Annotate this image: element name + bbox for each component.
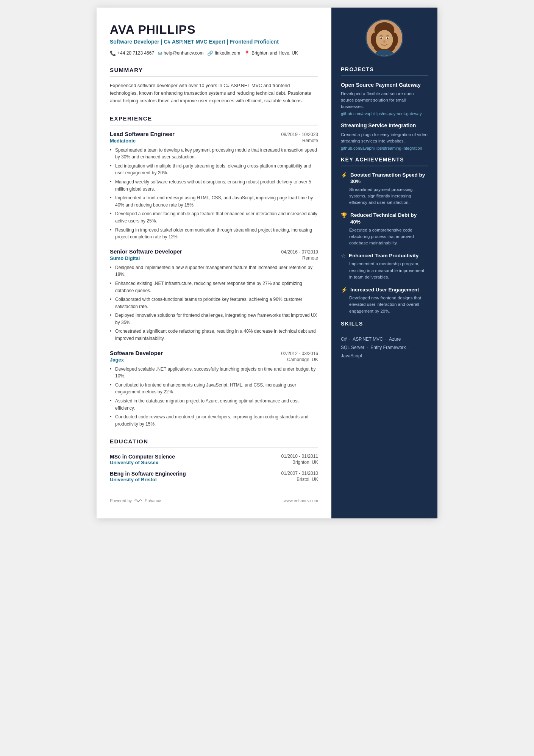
edu-header-2: BEng in Software Engineering 01/2007 - 0… <box>110 471 318 477</box>
achievement-icon-1: ⚡ <box>341 172 347 178</box>
job-header-3: Software Developer 02/2012 - 03/2016 <box>110 350 318 356</box>
experience-divider <box>110 125 318 125</box>
email-value: help@enhancv.com <box>164 50 203 56</box>
job-entry-2: Senior Software Developer 04/2016 - 07/2… <box>110 248 318 342</box>
job-title-1: Lead Software Engineer <box>110 131 175 137</box>
skill-3: Azure <box>389 337 401 342</box>
edu-header-1: MSc in Computer Science 01/2010 - 01/201… <box>110 454 318 460</box>
edu-dates-1: 01/2010 - 01/2011 <box>281 454 318 460</box>
job-company-row-2: Sumo Digital Remote <box>110 255 318 261</box>
bullet-1-2: Led integration with multiple third-part… <box>110 163 318 177</box>
header: AVA PHILLIPS Software Developer | C# ASP… <box>110 23 318 56</box>
bullet-3-4: Conducted code reviews and mentored juni… <box>110 413 318 427</box>
achievement-desc-4: Developed new frontend designs that elev… <box>349 295 428 315</box>
candidate-title: Software Developer | C# ASP.NET MVC Expe… <box>110 38 318 46</box>
achievements-section: KEY ACHIEVEMENTS ⚡ Boosted Transaction S… <box>341 157 428 315</box>
powered-by-label: Powered by <box>110 498 132 503</box>
job-entry-3: Software Developer 02/2012 - 03/2016 Jag… <box>110 350 318 428</box>
contact-row: 📞 +44 20 7123 4567 ✉ help@enhancv.com 🔗 … <box>110 50 318 56</box>
experience-title: EXPERIENCE <box>110 115 318 122</box>
project-item-1: Open Source Payment Gateway Developed a … <box>341 81 428 116</box>
summary-title: SUMMARY <box>110 67 318 73</box>
job-dates-1: 08/2019 - 10/2023 <box>281 132 318 137</box>
svg-point-8 <box>380 38 382 39</box>
bullet-2-1: Designed and implemented a new supporter… <box>110 264 318 278</box>
achievement-desc-3: Implemented a mentorship program, result… <box>349 261 428 280</box>
achievement-item-1: ⚡ Boosted Transaction Speed by 30% Strea… <box>341 172 428 206</box>
edu-location-1: Brighton, UK <box>292 460 318 465</box>
achievement-desc-1: Streamlined payment processing systems, … <box>349 186 428 206</box>
edu-school-1: University of Sussex <box>110 460 158 465</box>
project-link-1: github.com/avaphillips/os-payment-gatewa… <box>341 111 428 116</box>
avatar <box>365 19 403 57</box>
edu-school-row-2: University of Bristol Bristol, UK <box>110 477 318 482</box>
achievement-header-2: 🏆 Reduced Technical Debt by 40% <box>341 212 428 225</box>
skills-dot-5: · <box>407 345 410 350</box>
linkedin-value: linkedin.com <box>215 50 240 56</box>
location-item: 📍 Brighton and Hove, UK <box>244 50 298 56</box>
job-title-2: Senior Software Developer <box>110 248 182 255</box>
bullet-3-2: Contributed to frontend enhancements usi… <box>110 382 318 396</box>
skill-1: C# <box>341 337 347 342</box>
project-desc-2: Created a plugin for easy integration of… <box>341 131 428 145</box>
job-location-3: Cambridge, UK <box>287 357 318 363</box>
achievement-title-1: Boosted Transaction Speed by 30% <box>350 172 428 185</box>
skill-2: ASP.NET MVC <box>353 337 383 342</box>
phone-value: +44 20 7123 4567 <box>117 50 154 56</box>
achievement-header-1: ⚡ Boosted Transaction Speed by 30% <box>341 172 428 185</box>
job-entry-1: Lead Software Engineer 08/2019 - 10/2023… <box>110 131 318 241</box>
job-location-1: Remote <box>302 138 318 144</box>
project-title-1: Open Source Payment Gateway <box>341 81 428 88</box>
phone-icon: 📞 <box>110 50 116 56</box>
skill-6: JavaScript <box>341 353 362 358</box>
linkedin-icon: 🔗 <box>207 50 213 56</box>
edu-degree-2: BEng in Software Engineering <box>110 471 186 477</box>
summary-divider <box>110 76 318 77</box>
bullet-1-1: Spearheaded a team to develop a key paym… <box>110 147 318 161</box>
achievement-icon-3: ☆ <box>341 253 346 259</box>
svg-point-9 <box>387 38 389 39</box>
bullet-3-3: Assisted in the database migration proje… <box>110 398 318 412</box>
project-desc-1: Developed a flexible and secure open sou… <box>341 91 428 110</box>
bullet-2-5: Orchestrated a significant code refactor… <box>110 328 318 342</box>
svg-point-10 <box>383 40 386 43</box>
footer: Powered by Enhancv www.enhancv.com <box>110 494 318 503</box>
achievement-header-3: ☆ Enhanced Team Productivity <box>341 252 428 259</box>
email-icon: ✉ <box>158 50 162 56</box>
skills-text: C# · ASP.NET MVC · Azure · SQL Server · … <box>341 335 428 360</box>
skill-5: Entity Framework <box>370 345 406 350</box>
summary-text: Experienced software developer with over… <box>110 82 318 105</box>
projects-title: PROJECTS <box>341 66 428 72</box>
edu-entry-1: MSc in Computer Science 01/2010 - 01/201… <box>110 454 318 465</box>
edu-dates-2: 01/2007 - 01/2010 <box>281 471 318 477</box>
job-company-3: Jagex <box>110 357 124 363</box>
experience-section: EXPERIENCE Lead Software Engineer 08/201… <box>110 115 318 427</box>
skills-dot-3: · <box>402 337 404 342</box>
linkedin-item: 🔗 linkedin.com <box>207 50 240 56</box>
achievement-icon-2: 🏆 <box>341 212 347 219</box>
footer-url: www.enhancv.com <box>284 498 318 503</box>
edu-entry-2: BEng in Software Engineering 01/2007 - 0… <box>110 471 318 482</box>
avatar-image <box>367 20 402 56</box>
bullet-1-5: Developed a consumer-facing mobile app f… <box>110 210 318 224</box>
job-location-2: Remote <box>302 255 318 261</box>
email-item: ✉ help@enhancv.com <box>158 50 203 56</box>
job-company-1: Mediatonic <box>110 138 136 144</box>
projects-divider <box>341 75 428 76</box>
location-value: Brighton and Hove, UK <box>251 50 298 56</box>
education-section: EDUCATION MSc in Computer Science 01/201… <box>110 438 318 482</box>
bullet-3-1: Developed scalable .NET applications, su… <box>110 366 318 380</box>
job-bullets-2: Designed and implemented a new supporter… <box>110 264 318 342</box>
bullet-1-4: Implemented a front-end redesign using H… <box>110 194 318 208</box>
skills-title: SKILLS <box>341 321 428 327</box>
avatar-container <box>341 19 428 57</box>
achievements-title: KEY ACHIEVEMENTS <box>341 157 428 163</box>
projects-section: PROJECTS Open Source Payment Gateway Dev… <box>341 66 428 150</box>
skill-4: SQL Server <box>341 345 364 350</box>
summary-section: SUMMARY Experienced software developer w… <box>110 67 318 105</box>
edu-school-2: University of Bristol <box>110 477 157 482</box>
job-title-3: Software Developer <box>110 350 163 356</box>
location-icon: 📍 <box>244 50 250 56</box>
bullet-1-6: Resulting in improved stakeholder commun… <box>110 227 318 241</box>
bullet-2-3: Collaborated with cross-functional teams… <box>110 296 318 310</box>
